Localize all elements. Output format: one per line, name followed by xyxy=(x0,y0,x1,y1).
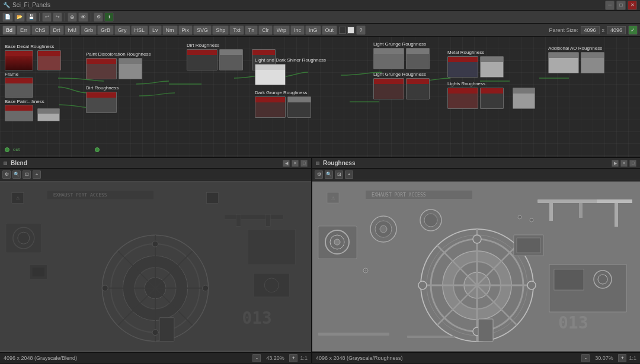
left-vp-add-btn[interactable]: + xyxy=(33,170,41,179)
node-lights-1[interactable] xyxy=(447,88,478,109)
question-btn[interactable]: ? xyxy=(356,25,366,35)
node-graph[interactable]: Base Decal Roughness Frame xyxy=(0,37,640,158)
right-vp-fit-btn[interactable]: ⊡ xyxy=(335,170,343,179)
node-base-decal-2[interactable] xyxy=(37,50,68,70)
maximize-btn[interactable]: □ xyxy=(616,1,626,10)
zoom-fit-btn[interactable]: ⊕ xyxy=(68,12,77,22)
right-panel-drag-handle[interactable] xyxy=(316,162,319,165)
svg-rect-40 xyxy=(549,203,553,221)
tab-grb2[interactable]: GrB xyxy=(97,25,114,35)
bottom-panels: Blend ◀ ✕ □ ⚙ 🔍 ⊡ + xyxy=(0,158,640,363)
parent-size-height[interactable] xyxy=(607,26,626,34)
node-frame[interactable] xyxy=(5,78,36,98)
node-ao-1[interactable] xyxy=(548,52,579,73)
output-area: out xyxy=(5,147,20,152)
right-viewport[interactable]: EXHAUST PORT ACCESS ⚠ xyxy=(312,181,640,352)
node-metal-2[interactable] xyxy=(480,56,511,78)
left-vp-zoom-btn[interactable]: 🔍 xyxy=(12,170,21,179)
open-btn[interactable]: 📂 xyxy=(14,12,25,22)
node-base-paint-2[interactable] xyxy=(37,108,68,121)
close-btn[interactable]: ✕ xyxy=(628,1,637,10)
info-btn[interactable]: ℹ xyxy=(104,12,114,22)
tab-out[interactable]: Out xyxy=(322,25,338,35)
node-lights-3[interactable] xyxy=(513,88,543,109)
left-panel-max-btn[interactable]: □ xyxy=(300,160,308,167)
node-dark-grunge-2[interactable] xyxy=(287,96,318,118)
node-dirt-top-1[interactable] xyxy=(187,49,217,70)
save-btn[interactable]: 💾 xyxy=(26,12,37,22)
redo-btn[interactable]: ↪ xyxy=(53,12,62,22)
additional-ao-nodes xyxy=(548,52,612,73)
node-paint-disc[interactable] xyxy=(86,58,117,79)
right-vp-settings-btn[interactable]: ⚙ xyxy=(315,170,323,179)
right-vp-add-btn[interactable]: + xyxy=(345,170,353,179)
right-zoom-out-btn[interactable]: - xyxy=(581,354,590,362)
light-grunge-label: Light Grunge Roughness xyxy=(373,41,437,47)
tab-svg[interactable]: SVG xyxy=(193,25,212,35)
tab-pix[interactable]: Pix xyxy=(178,25,193,35)
left-panel-close-btn[interactable]: ✕ xyxy=(292,160,299,167)
node-base-paint[interactable] xyxy=(5,105,36,121)
tab-inc[interactable]: Inc xyxy=(290,25,305,35)
node-dirt-top-2[interactable] xyxy=(219,49,250,70)
left-vp-settings-btn[interactable]: ⚙ xyxy=(2,170,11,179)
tab-drt[interactable]: Drt xyxy=(50,25,64,35)
right-panel-max-btn[interactable]: □ xyxy=(629,160,636,167)
svg-point-73 xyxy=(424,214,437,227)
undo-btn[interactable]: ↩ xyxy=(42,12,52,22)
right-coords: 1:1 xyxy=(629,355,636,361)
app-icon: 🔧 xyxy=(3,2,10,8)
left-zoom-out-btn[interactable]: - xyxy=(252,354,261,362)
right-panel-toolbar: ⚙ 🔍 ⊡ + xyxy=(312,169,640,181)
node-metal-1[interactable] xyxy=(447,56,478,78)
right-vp-zoom-btn[interactable]: 🔍 xyxy=(325,170,333,179)
tab-fvm[interactable]: fvM xyxy=(65,25,81,35)
tab-tn[interactable]: Tn xyxy=(245,25,258,35)
tab-chs[interactable]: ChS xyxy=(31,25,49,35)
tab-txt[interactable]: Txt xyxy=(229,25,244,35)
tab-nm[interactable]: Nm xyxy=(162,25,178,35)
left-vp-fit-btn[interactable]: ⊡ xyxy=(23,170,31,179)
tab-hsl[interactable]: HSL xyxy=(131,25,149,35)
node-dark-grunge-1[interactable] xyxy=(255,96,286,118)
node-light-grunge-1[interactable] xyxy=(373,48,404,69)
left-panel-arrow-btn[interactable]: ◀ xyxy=(283,160,290,167)
dark-grunge-label: Dark Grunge Roughness xyxy=(255,90,326,95)
tab-bd[interactable]: Bd xyxy=(2,25,16,35)
node-light-grunge-3[interactable] xyxy=(373,78,404,99)
left-panel-toolbar: ⚙ 🔍 ⊡ + xyxy=(0,169,311,181)
view-btn[interactable]: 👁 xyxy=(78,12,88,22)
left-zoom-in-btn[interactable]: + xyxy=(289,354,297,362)
metal-roughness-label: Metal Roughness xyxy=(447,50,543,55)
tab-clr[interactable]: Clr xyxy=(258,25,273,35)
node-light-grunge-2[interactable] xyxy=(406,48,437,69)
node-light-grunge-4[interactable] xyxy=(406,78,437,99)
white-square-btn[interactable] xyxy=(347,27,354,34)
new-btn[interactable]: 📄 xyxy=(2,12,13,22)
node-base-decal[interactable] xyxy=(5,50,36,70)
tab-gry[interactable]: Gry xyxy=(114,25,130,35)
left-viewport[interactable]: EXHAUST PORT ACCESS ⚠ xyxy=(0,181,311,352)
node-paint-disc-2[interactable] xyxy=(119,58,149,79)
panel-drag-handle[interactable] xyxy=(4,162,7,165)
black-square-btn[interactable] xyxy=(339,27,346,34)
parent-size-width[interactable] xyxy=(581,26,600,34)
tab-err[interactable]: Err xyxy=(17,25,31,35)
node-shiner-1[interactable] xyxy=(255,64,286,85)
right-panel-arrow-btn[interactable]: ▶ xyxy=(612,160,619,167)
tab-lv[interactable]: Lv xyxy=(149,25,162,35)
tab-shp[interactable]: Shp xyxy=(212,25,229,35)
tab-grb1[interactable]: Grb xyxy=(81,25,97,35)
parent-size-ok-btn[interactable]: ✓ xyxy=(628,25,638,35)
node-ao-2[interactable] xyxy=(581,52,612,73)
node-lights-2[interactable] xyxy=(480,88,511,109)
node-dirt-2[interactable] xyxy=(86,92,117,113)
tab-ing[interactable]: InG xyxy=(305,25,321,35)
right-zoom-in-btn[interactable]: + xyxy=(618,354,626,362)
svg-rect-60 xyxy=(517,238,540,253)
shiner-nodes xyxy=(255,64,326,85)
tab-wrp[interactable]: Wrp xyxy=(273,25,290,35)
minimize-btn[interactable]: ─ xyxy=(605,1,615,10)
right-panel-close-btn[interactable]: ✕ xyxy=(620,160,628,167)
settings-btn[interactable]: ⚙ xyxy=(94,12,103,22)
